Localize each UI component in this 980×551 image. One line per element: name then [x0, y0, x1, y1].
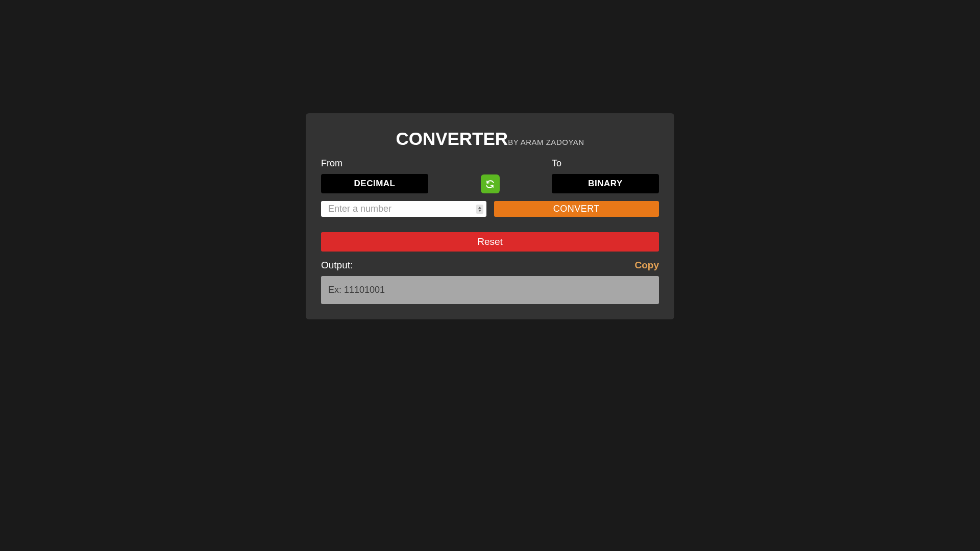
app-subtitle: BY ARAM ZADOYAN: [508, 138, 584, 146]
swap-icon: [485, 180, 495, 189]
copy-button[interactable]: Copy: [635, 260, 659, 271]
output-box[interactable]: Ex: 11101001: [321, 276, 659, 304]
app-title: CONVERTER: [396, 129, 508, 148]
from-block: From DECIMAL: [321, 158, 428, 193]
from-label: From: [321, 158, 428, 169]
convert-button[interactable]: CONVERT: [494, 201, 659, 217]
to-label: To: [552, 158, 659, 169]
converter-card: CONVERTERBY ARAM ZADOYAN From DECIMAL To…: [306, 113, 674, 319]
spinner-buttons[interactable]: [476, 205, 483, 214]
chevron-down-icon: [478, 210, 481, 212]
title-row: CONVERTERBY ARAM ZADOYAN: [321, 129, 659, 149]
swap-container: [428, 174, 552, 193]
to-type-select[interactable]: BINARY: [552, 174, 659, 193]
from-type-select[interactable]: DECIMAL: [321, 174, 428, 193]
number-input[interactable]: [321, 201, 486, 217]
to-block: To BINARY: [552, 158, 659, 193]
conversion-row: From DECIMAL To BINARY: [321, 158, 659, 193]
chevron-up-icon: [478, 207, 481, 209]
reset-button[interactable]: Reset: [321, 232, 659, 252]
output-header: Output: Copy: [321, 260, 659, 271]
output-label: Output:: [321, 260, 353, 271]
number-input-wrap: [321, 201, 486, 217]
swap-button[interactable]: [481, 174, 500, 193]
input-row: CONVERT: [321, 201, 659, 217]
